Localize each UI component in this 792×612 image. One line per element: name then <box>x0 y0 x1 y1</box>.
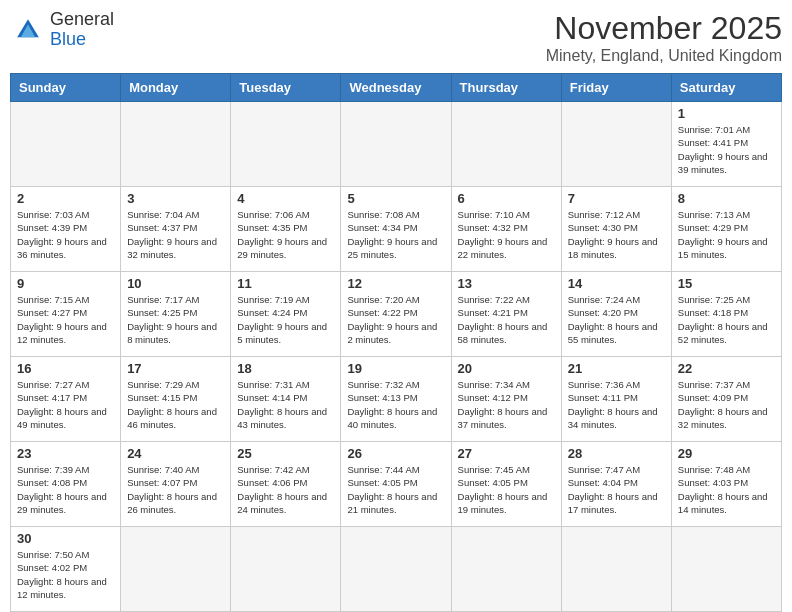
day-info: Sunrise: 7:50 AM Sunset: 4:02 PM Dayligh… <box>17 548 114 601</box>
calendar-cell <box>121 527 231 612</box>
day-number: 8 <box>678 191 775 206</box>
day-number: 27 <box>458 446 555 461</box>
day-number: 14 <box>568 276 665 291</box>
day-number: 19 <box>347 361 444 376</box>
day-info: Sunrise: 7:04 AM Sunset: 4:37 PM Dayligh… <box>127 208 224 261</box>
week-row-3: 9Sunrise: 7:15 AM Sunset: 4:27 PM Daylig… <box>11 272 782 357</box>
day-info: Sunrise: 7:22 AM Sunset: 4:21 PM Dayligh… <box>458 293 555 346</box>
calendar-cell <box>341 102 451 187</box>
day-header-tuesday: Tuesday <box>231 74 341 102</box>
day-number: 25 <box>237 446 334 461</box>
week-row-4: 16Sunrise: 7:27 AM Sunset: 4:17 PM Dayli… <box>11 357 782 442</box>
day-number: 17 <box>127 361 224 376</box>
day-info: Sunrise: 7:45 AM Sunset: 4:05 PM Dayligh… <box>458 463 555 516</box>
page-header: General Blue November 2025 Minety, Engla… <box>10 10 782 65</box>
calendar-cell <box>231 102 341 187</box>
day-number: 29 <box>678 446 775 461</box>
calendar-cell: 29Sunrise: 7:48 AM Sunset: 4:03 PM Dayli… <box>671 442 781 527</box>
day-info: Sunrise: 7:29 AM Sunset: 4:15 PM Dayligh… <box>127 378 224 431</box>
calendar-cell <box>121 102 231 187</box>
calendar-cell: 12Sunrise: 7:20 AM Sunset: 4:22 PM Dayli… <box>341 272 451 357</box>
day-info: Sunrise: 7:01 AM Sunset: 4:41 PM Dayligh… <box>678 123 775 176</box>
day-info: Sunrise: 7:48 AM Sunset: 4:03 PM Dayligh… <box>678 463 775 516</box>
day-info: Sunrise: 7:34 AM Sunset: 4:12 PM Dayligh… <box>458 378 555 431</box>
calendar-cell: 16Sunrise: 7:27 AM Sunset: 4:17 PM Dayli… <box>11 357 121 442</box>
day-number: 18 <box>237 361 334 376</box>
calendar-cell: 19Sunrise: 7:32 AM Sunset: 4:13 PM Dayli… <box>341 357 451 442</box>
day-number: 26 <box>347 446 444 461</box>
calendar-cell: 22Sunrise: 7:37 AM Sunset: 4:09 PM Dayli… <box>671 357 781 442</box>
day-info: Sunrise: 7:13 AM Sunset: 4:29 PM Dayligh… <box>678 208 775 261</box>
day-info: Sunrise: 7:27 AM Sunset: 4:17 PM Dayligh… <box>17 378 114 431</box>
calendar-cell: 18Sunrise: 7:31 AM Sunset: 4:14 PM Dayli… <box>231 357 341 442</box>
calendar-cell: 24Sunrise: 7:40 AM Sunset: 4:07 PM Dayli… <box>121 442 231 527</box>
calendar-cell: 23Sunrise: 7:39 AM Sunset: 4:08 PM Dayli… <box>11 442 121 527</box>
calendar-cell: 26Sunrise: 7:44 AM Sunset: 4:05 PM Dayli… <box>341 442 451 527</box>
calendar-cell: 3Sunrise: 7:04 AM Sunset: 4:37 PM Daylig… <box>121 187 231 272</box>
day-number: 7 <box>568 191 665 206</box>
calendar-cell: 10Sunrise: 7:17 AM Sunset: 4:25 PM Dayli… <box>121 272 231 357</box>
day-info: Sunrise: 7:25 AM Sunset: 4:18 PM Dayligh… <box>678 293 775 346</box>
calendar-cell: 28Sunrise: 7:47 AM Sunset: 4:04 PM Dayli… <box>561 442 671 527</box>
calendar-cell: 14Sunrise: 7:24 AM Sunset: 4:20 PM Dayli… <box>561 272 671 357</box>
day-info: Sunrise: 7:24 AM Sunset: 4:20 PM Dayligh… <box>568 293 665 346</box>
day-number: 30 <box>17 531 114 546</box>
calendar-cell: 2Sunrise: 7:03 AM Sunset: 4:39 PM Daylig… <box>11 187 121 272</box>
calendar-cell: 7Sunrise: 7:12 AM Sunset: 4:30 PM Daylig… <box>561 187 671 272</box>
day-info: Sunrise: 7:37 AM Sunset: 4:09 PM Dayligh… <box>678 378 775 431</box>
day-number: 20 <box>458 361 555 376</box>
day-info: Sunrise: 7:19 AM Sunset: 4:24 PM Dayligh… <box>237 293 334 346</box>
day-info: Sunrise: 7:06 AM Sunset: 4:35 PM Dayligh… <box>237 208 334 261</box>
day-number: 16 <box>17 361 114 376</box>
logo-line2: Blue <box>50 30 114 50</box>
day-number: 11 <box>237 276 334 291</box>
day-number: 9 <box>17 276 114 291</box>
calendar-cell: 17Sunrise: 7:29 AM Sunset: 4:15 PM Dayli… <box>121 357 231 442</box>
week-row-1: 1Sunrise: 7:01 AM Sunset: 4:41 PM Daylig… <box>11 102 782 187</box>
day-info: Sunrise: 7:03 AM Sunset: 4:39 PM Dayligh… <box>17 208 114 261</box>
day-info: Sunrise: 7:17 AM Sunset: 4:25 PM Dayligh… <box>127 293 224 346</box>
day-number: 6 <box>458 191 555 206</box>
day-info: Sunrise: 7:12 AM Sunset: 4:30 PM Dayligh… <box>568 208 665 261</box>
day-number: 15 <box>678 276 775 291</box>
calendar-cell: 9Sunrise: 7:15 AM Sunset: 4:27 PM Daylig… <box>11 272 121 357</box>
week-row-2: 2Sunrise: 7:03 AM Sunset: 4:39 PM Daylig… <box>11 187 782 272</box>
calendar-cell: 27Sunrise: 7:45 AM Sunset: 4:05 PM Dayli… <box>451 442 561 527</box>
day-header-friday: Friday <box>561 74 671 102</box>
day-number: 24 <box>127 446 224 461</box>
calendar-cell: 20Sunrise: 7:34 AM Sunset: 4:12 PM Dayli… <box>451 357 561 442</box>
calendar-cell <box>341 527 451 612</box>
logo-icon <box>10 12 46 48</box>
day-number: 4 <box>237 191 334 206</box>
day-info: Sunrise: 7:15 AM Sunset: 4:27 PM Dayligh… <box>17 293 114 346</box>
day-info: Sunrise: 7:31 AM Sunset: 4:14 PM Dayligh… <box>237 378 334 431</box>
logo: General Blue <box>10 10 114 50</box>
calendar-table: SundayMondayTuesdayWednesdayThursdayFrid… <box>10 73 782 612</box>
week-row-5: 23Sunrise: 7:39 AM Sunset: 4:08 PM Dayli… <box>11 442 782 527</box>
day-number: 2 <box>17 191 114 206</box>
calendar-cell <box>561 527 671 612</box>
location-title: Minety, England, United Kingdom <box>546 47 782 65</box>
calendar-cell: 13Sunrise: 7:22 AM Sunset: 4:21 PM Dayli… <box>451 272 561 357</box>
day-info: Sunrise: 7:44 AM Sunset: 4:05 PM Dayligh… <box>347 463 444 516</box>
logo-line1: General <box>50 10 114 30</box>
day-header-sunday: Sunday <box>11 74 121 102</box>
calendar-cell: 15Sunrise: 7:25 AM Sunset: 4:18 PM Dayli… <box>671 272 781 357</box>
day-number: 1 <box>678 106 775 121</box>
day-number: 10 <box>127 276 224 291</box>
calendar-cell: 5Sunrise: 7:08 AM Sunset: 4:34 PM Daylig… <box>341 187 451 272</box>
day-number: 3 <box>127 191 224 206</box>
title-block: November 2025 Minety, England, United Ki… <box>546 10 782 65</box>
calendar-cell <box>11 102 121 187</box>
calendar-cell: 11Sunrise: 7:19 AM Sunset: 4:24 PM Dayli… <box>231 272 341 357</box>
logo-text: General Blue <box>50 10 114 50</box>
day-info: Sunrise: 7:39 AM Sunset: 4:08 PM Dayligh… <box>17 463 114 516</box>
calendar-cell: 30Sunrise: 7:50 AM Sunset: 4:02 PM Dayli… <box>11 527 121 612</box>
day-number: 13 <box>458 276 555 291</box>
day-number: 22 <box>678 361 775 376</box>
calendar-cell: 1Sunrise: 7:01 AM Sunset: 4:41 PM Daylig… <box>671 102 781 187</box>
day-number: 12 <box>347 276 444 291</box>
day-info: Sunrise: 7:42 AM Sunset: 4:06 PM Dayligh… <box>237 463 334 516</box>
day-header-thursday: Thursday <box>451 74 561 102</box>
calendar-header-row: SundayMondayTuesdayWednesdayThursdayFrid… <box>11 74 782 102</box>
